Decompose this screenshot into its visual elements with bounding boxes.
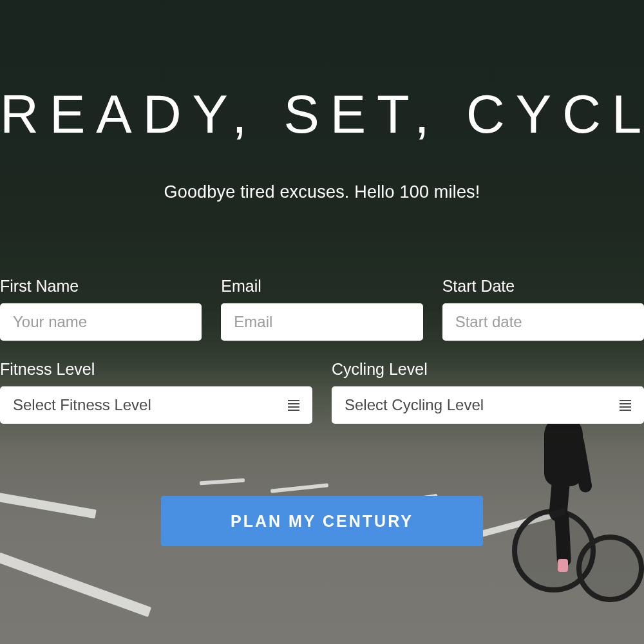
- first-name-input[interactable]: [0, 303, 202, 341]
- menu-icon: [288, 400, 299, 411]
- start-date-input[interactable]: [442, 303, 644, 341]
- cycling-level-selected-text: Select Cycling Level: [345, 396, 484, 414]
- email-field-group: Email: [221, 277, 422, 341]
- first-name-field-group: First Name: [0, 277, 202, 341]
- fitness-level-select[interactable]: Select Fitness Level: [0, 386, 312, 424]
- menu-icon: [620, 400, 631, 411]
- cycling-level-field-group: Cycling Level Select Cycling Level: [332, 360, 644, 424]
- start-date-field-group: Start Date: [442, 277, 644, 341]
- cycling-level-label: Cycling Level: [332, 360, 644, 379]
- first-name-label: First Name: [0, 277, 202, 296]
- signup-form: First Name Email Start Date Fitness Leve…: [0, 277, 644, 424]
- email-input[interactable]: [221, 303, 422, 341]
- fitness-level-field-group: Fitness Level Select Fitness Level: [0, 360, 312, 424]
- submit-row: PLAN MY CENTURY: [0, 496, 644, 546]
- hero-section: READY, SET, CYCLE! Goodbye tired excuses…: [0, 0, 644, 644]
- fitness-level-label: Fitness Level: [0, 360, 312, 379]
- start-date-label: Start Date: [442, 277, 644, 296]
- page-headline: READY, SET, CYCLE!: [0, 84, 644, 146]
- plan-my-century-button[interactable]: PLAN MY CENTURY: [161, 496, 483, 546]
- cycling-level-select[interactable]: Select Cycling Level: [332, 386, 644, 424]
- fitness-level-selected-text: Select Fitness Level: [13, 396, 151, 414]
- page-subhead: Goodbye tired excuses. Hello 100 miles!: [0, 182, 644, 202]
- email-label: Email: [221, 277, 422, 296]
